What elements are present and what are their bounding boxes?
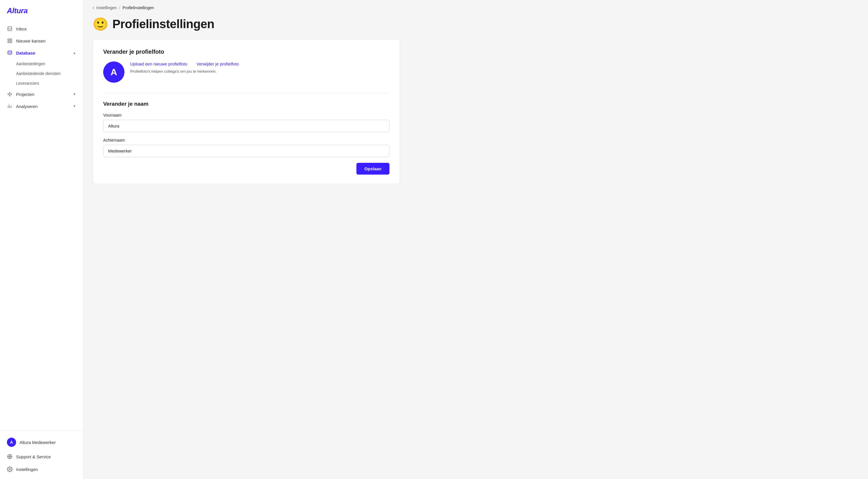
support-label: Support & Service [16, 454, 51, 459]
sidebar-item-analyseren[interactable]: Analyseren ▼ [0, 100, 83, 112]
chart-icon [7, 103, 13, 109]
support-icon [7, 454, 13, 459]
chevron-down-icon: ▼ [73, 92, 76, 96]
grid-icon [7, 38, 13, 44]
first-name-label: Voornaam [103, 113, 390, 117]
photo-section-title: Verander je profielfoto [103, 48, 390, 55]
svg-point-19 [9, 456, 11, 457]
chevron-up-icon: ▲ [73, 51, 76, 55]
last-name-label: Achternaam [103, 138, 390, 142]
svg-rect-3 [8, 41, 9, 43]
sidebar-item-database-label: Database [16, 50, 69, 56]
sidebar-item-nieuwe-kansen-label: Nieuwe kansen [16, 38, 76, 43]
page-title: Profielinstellingen [113, 17, 214, 31]
last-name-group: Achternaam [103, 138, 390, 157]
main-content: ‹ Instellingen / Profielinstellingen 🙂 P… [83, 0, 868, 479]
svg-rect-0 [8, 27, 12, 31]
last-name-input[interactable] [103, 145, 390, 157]
save-button[interactable]: Opslaan [356, 163, 390, 175]
page-content: 🙂 Profielinstellingen Verander je profie… [83, 14, 868, 193]
breadcrumb: ‹ Instellingen / Profielinstellingen [83, 0, 868, 14]
photo-hint: Profielfoto's helpen collega's om jou te… [130, 69, 239, 73]
name-section-title: Verander je naam [103, 101, 390, 107]
svg-rect-2 [10, 39, 12, 40]
photo-actions: Upload een nieuwe profielfoto Verwijder … [130, 62, 239, 73]
profile-settings-icon: 🙂 [93, 18, 108, 30]
sidebar-item-inbox[interactable]: Inbox [0, 23, 83, 35]
svg-point-5 [8, 51, 12, 52]
photo-section: Verander je profielfoto A Upload een nie… [103, 48, 390, 83]
back-button[interactable]: ‹ [93, 5, 94, 10]
page-title-row: 🙂 Profielinstellingen [93, 17, 859, 31]
remove-photo-link[interactable]: Verwijder je profielfoto [196, 62, 239, 66]
breadcrumb-parent[interactable]: Instellingen [96, 5, 117, 10]
sidebar-item-aanbestedingen[interactable]: Aanbestedingen [0, 59, 83, 69]
sidebar-nav: Inbox Nieuwe kansen Database ▲ Aanbested… [0, 21, 83, 431]
photo-links: Upload een nieuwe profielfoto Verwijder … [130, 62, 239, 66]
user-avatar: A [7, 438, 16, 447]
sidebar-item-aanbestedende-diensten[interactable]: Aanbestedende diensten [0, 69, 83, 78]
sidebar-item-projecten[interactable]: Projecten ▼ [0, 88, 83, 100]
profile-photo-section: A Upload een nieuwe profielfoto Verwijde… [103, 62, 390, 83]
name-section: Verander je naam Voornaam Achternaam Ops… [103, 101, 390, 175]
first-name-input[interactable] [103, 120, 390, 132]
sidebar-item-analyseren-label: Analyseren [16, 104, 69, 109]
sidebar: Altura Inbox Nieuwe kansen [0, 0, 83, 479]
svg-point-7 [9, 92, 10, 93]
sidebar-bottom: A Altura Medewerker Support & Service In… [0, 431, 83, 479]
section-divider [103, 93, 390, 93]
profile-settings-card: Verander je profielfoto A Upload een nie… [93, 39, 400, 184]
breadcrumb-separator: / [119, 5, 120, 10]
svg-rect-1 [8, 39, 9, 40]
projects-icon [7, 91, 13, 97]
chevron-down-icon-2: ▼ [73, 104, 76, 108]
user-profile-item[interactable]: A Altura Medewerker [0, 434, 83, 450]
database-icon [7, 50, 13, 56]
sidebar-item-inbox-label: Inbox [16, 26, 76, 31]
app-logo[interactable]: Altura [0, 0, 83, 21]
sidebar-item-nieuwe-kansen[interactable]: Nieuwe kansen [0, 35, 83, 47]
svg-point-8 [11, 94, 12, 95]
first-name-group: Voornaam [103, 113, 390, 132]
upload-photo-link[interactable]: Upload een nieuwe profielfoto [130, 62, 187, 66]
sidebar-item-database[interactable]: Database ▲ [0, 47, 83, 59]
form-actions: Opslaan [103, 163, 390, 175]
sidebar-item-settings[interactable]: Instellingen [0, 463, 83, 476]
sidebar-item-support[interactable]: Support & Service [0, 450, 83, 463]
svg-point-9 [9, 95, 10, 96]
settings-label: Instellingen [16, 467, 38, 472]
svg-point-24 [9, 469, 11, 470]
svg-point-6 [8, 94, 9, 95]
breadcrumb-current: Profielinstellingen [122, 5, 154, 10]
sidebar-item-leveranciers[interactable]: Leveranciers [0, 78, 83, 88]
gear-icon [7, 466, 13, 472]
user-name-label: Altura Medewerker [20, 440, 56, 445]
avatar-large: A [103, 62, 124, 83]
inbox-icon [7, 26, 13, 32]
svg-rect-4 [10, 41, 12, 43]
sidebar-item-projecten-label: Projecten [16, 92, 69, 97]
